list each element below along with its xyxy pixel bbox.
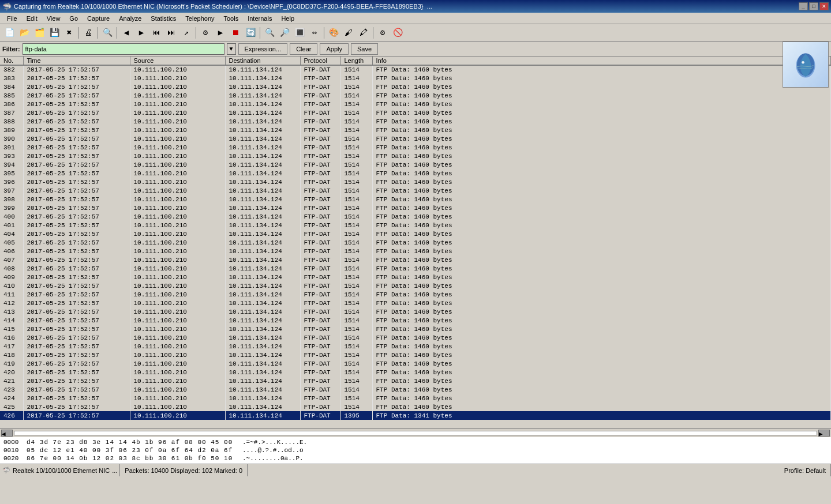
table-row[interactable]: 4162017-05-25 17:52:5710.111.100.21010.1… [0,333,831,342]
horizontal-scrollbar[interactable]: ◀ ▶ [0,428,831,437]
menu-file[interactable]: File [2,13,22,24]
color-toggle-button[interactable]: 🖍 [357,26,370,40]
h-scroll-right[interactable]: ▶ [818,430,830,437]
table-row[interactable]: 4262017-05-25 17:52:5710.111.100.21010.1… [0,411,831,420]
packet-list-scroll[interactable]: No. Time Source Destination Protocol Len… [0,57,831,428]
col-header-time[interactable]: Time [23,57,130,65]
table-row[interactable]: 4072017-05-25 17:52:5710.111.100.21010.1… [0,255,831,264]
open-recent-button[interactable]: 🗂️ [32,26,46,40]
table-row[interactable]: 4132017-05-25 17:52:5710.111.100.21010.1… [0,307,831,316]
resize-columns-button[interactable]: ⇔ [308,26,321,40]
table-row[interactable]: 3882017-05-25 17:52:5710.111.100.21010.1… [0,117,831,126]
table-row[interactable]: 4092017-05-25 17:52:5710.111.100.21010.1… [0,273,831,281]
table-row[interactable]: 4242017-05-25 17:52:5710.111.100.21010.1… [0,394,831,403]
table-row[interactable]: 3862017-05-25 17:52:5710.111.100.21010.1… [0,100,831,108]
table-row[interactable]: 3952017-05-25 17:52:5710.111.100.21010.1… [0,169,831,178]
find-button[interactable]: 🔍 [100,26,114,40]
table-row[interactable]: 4142017-05-25 17:52:5710.111.100.21010.1… [0,316,831,325]
col-header-info[interactable]: Info [372,57,831,65]
minimize-button[interactable]: _ [799,2,808,10]
save-button[interactable]: 💾 [47,26,61,40]
filter-input[interactable] [23,43,224,55]
go-to-first-button[interactable]: ⏮ [149,26,163,40]
apply-button[interactable]: Apply [320,43,349,55]
table-row[interactable]: 4052017-05-25 17:52:5710.111.100.21010.1… [0,238,831,247]
table-row[interactable]: 3892017-05-25 17:52:5710.111.100.21010.1… [0,126,831,134]
menu-capture[interactable]: Capture [83,13,114,24]
zoom-out-button[interactable]: 🔎 [278,26,291,40]
table-row[interactable]: 4082017-05-25 17:52:5710.111.100.21010.1… [0,264,831,273]
table-row[interactable]: 4182017-05-25 17:52:5710.111.100.21010.1… [0,351,831,359]
menu-statistics[interactable]: Statistics [146,13,181,24]
table-row[interactable]: 4042017-05-25 17:52:5710.111.100.21010.1… [0,230,831,238]
table-row[interactable]: 4192017-05-25 17:52:5710.111.100.21010.1… [0,359,831,368]
cell-proto: FTP-DAT [300,74,340,82]
table-row[interactable]: 4202017-05-25 17:52:5710.111.100.21010.1… [0,368,831,377]
menu-go[interactable]: Go [65,13,83,24]
go-to-packet-button[interactable]: ↗ [179,26,193,40]
zoom-normal-button[interactable]: 🔳 [293,26,306,40]
menu-internals[interactable]: Internals [243,13,276,24]
colorize-button[interactable]: 🖌 [342,26,355,40]
maximize-button[interactable]: □ [809,2,818,10]
table-row[interactable]: 3972017-05-25 17:52:5710.111.100.21010.1… [0,186,831,195]
menu-view[interactable]: View [42,13,65,24]
go-forward-button[interactable]: ▶ [134,26,148,40]
table-row[interactable]: 4112017-05-25 17:52:5710.111.100.21010.1… [0,290,831,299]
col-header-no[interactable]: No. [0,57,23,65]
filter-dropdown-arrow[interactable]: ▼ [227,43,236,55]
table-row[interactable]: 3932017-05-25 17:52:5710.111.100.21010.1… [0,152,831,160]
table-row[interactable]: 4122017-05-25 17:52:5710.111.100.21010.1… [0,299,831,307]
color-rules-button[interactable]: 🎨 [327,26,340,40]
expression-button[interactable]: Expression... [238,43,288,55]
table-row[interactable]: 3982017-05-25 17:52:5710.111.100.21010.1… [0,195,831,204]
table-row[interactable]: 3842017-05-25 17:52:5710.111.100.21010.1… [0,82,831,91]
h-scroll-track[interactable] [14,431,817,435]
table-row[interactable]: 3902017-05-25 17:52:5710.111.100.21010.1… [0,134,831,143]
table-row[interactable]: 3822017-05-25 17:52:5710.111.100.21010.1… [0,65,831,74]
menu-tools[interactable]: Tools [219,13,244,24]
zoom-in-button[interactable]: 🔍 [263,26,276,40]
col-header-dst[interactable]: Destination [225,57,300,65]
table-row[interactable]: 3852017-05-25 17:52:5710.111.100.21010.1… [0,91,831,100]
stop-capture-button[interactable]: ⏹ [229,26,242,40]
col-header-proto[interactable]: Protocol [300,57,340,65]
table-row[interactable]: 4252017-05-25 17:52:5710.111.100.21010.1… [0,403,831,411]
menu-telephony[interactable]: Telephony [181,13,219,24]
table-row[interactable]: 4232017-05-25 17:52:5710.111.100.21010.1… [0,385,831,394]
table-row[interactable]: 4152017-05-25 17:52:5710.111.100.21010.1… [0,325,831,333]
table-row[interactable]: 4212017-05-25 17:52:5710.111.100.21010.1… [0,377,831,385]
restart-capture-button[interactable]: 🔄 [244,26,257,40]
print-button[interactable]: 🖨 [81,26,95,40]
table-row[interactable]: 4062017-05-25 17:52:5710.111.100.21010.1… [0,247,831,255]
table-row[interactable]: 4012017-05-25 17:52:5710.111.100.21010.1… [0,221,831,230]
table-row[interactable]: 4102017-05-25 17:52:5710.111.100.21010.1… [0,281,831,290]
table-row[interactable]: 3962017-05-25 17:52:5710.111.100.21010.1… [0,178,831,186]
open-button[interactable]: 📂 [17,26,31,40]
table-row[interactable]: 4172017-05-25 17:52:5710.111.100.21010.1… [0,342,831,351]
col-header-src[interactable]: Source [130,57,225,65]
table-row[interactable]: 3872017-05-25 17:52:5710.111.100.21010.1… [0,108,831,117]
table-row[interactable]: 3942017-05-25 17:52:5710.111.100.21010.1… [0,160,831,169]
cell-info: FTP Data: 1460 bytes [372,264,831,273]
start-capture-button[interactable]: ▶ [214,26,227,40]
table-row[interactable]: 3912017-05-25 17:52:5710.111.100.21010.1… [0,143,831,152]
close-button[interactable]: ✕ [819,2,829,10]
go-back-button[interactable]: ◀ [119,26,133,40]
menu-help[interactable]: Help [276,13,299,24]
clear-button[interactable]: Clear [290,43,317,55]
prefs-button[interactable]: ⚙ [376,26,390,40]
table-row[interactable]: 4002017-05-25 17:52:5710.111.100.21010.1… [0,212,831,221]
stop-button[interactable]: 🚫 [391,26,405,40]
table-row[interactable]: 3832017-05-25 17:52:5710.111.100.21010.1… [0,74,831,82]
capture-options-button[interactable]: ⚙ [199,26,212,40]
col-header-len[interactable]: Length [340,57,372,65]
menu-edit[interactable]: Edit [22,13,42,24]
table-row[interactable]: 3992017-05-25 17:52:5710.111.100.21010.1… [0,204,831,212]
close-capture-button[interactable]: ✖ [62,26,76,40]
menu-analyze[interactable]: Analyze [114,13,146,24]
save-filter-button[interactable]: Save [351,43,378,55]
go-to-last-button[interactable]: ⏭ [164,26,178,40]
h-scroll-left[interactable]: ◀ [1,430,13,437]
new-capture-button[interactable]: 📄 [2,26,16,40]
